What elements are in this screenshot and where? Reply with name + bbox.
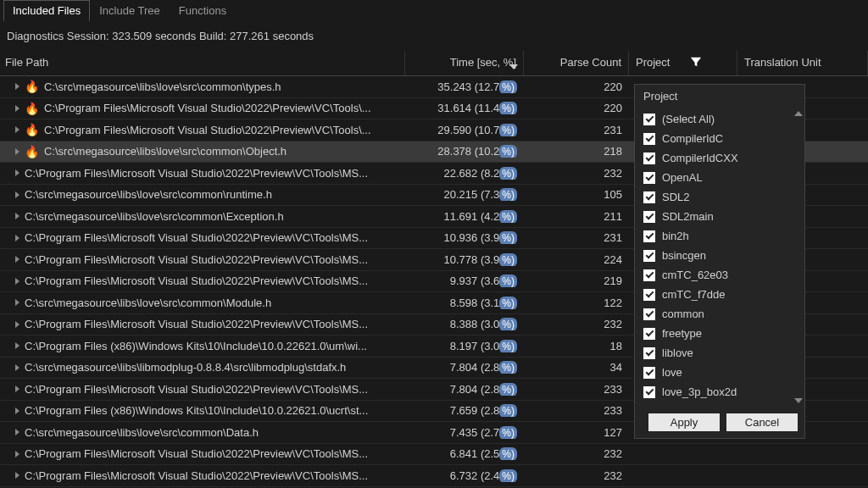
column-header-file-path[interactable]: File Path (0, 51, 405, 75)
checkbox-icon[interactable] (643, 114, 655, 125)
checkbox-icon[interactable] (643, 328, 655, 340)
cell-time: 29.590 (10.7%) (405, 124, 524, 136)
checkbox-icon[interactable] (643, 250, 655, 262)
column-header-project[interactable]: Project (629, 51, 737, 75)
filter-item-label: SDL2main (662, 210, 714, 223)
percentage-badge: %) (499, 340, 517, 352)
file-path-text: C:\src\megasource\libs\libmodplug-0.8.8.… (25, 361, 346, 374)
filter-checkbox-item[interactable]: cmTC_62e03 (635, 265, 804, 285)
filter-checkbox-item[interactable]: love (635, 363, 804, 382)
percentage-badge: %) (499, 124, 517, 136)
cell-time: 10.936 (3.9%) (405, 231, 524, 244)
filter-checkbox-item[interactable]: love_3p_box2d (635, 382, 804, 402)
expander-icon[interactable] (15, 385, 19, 392)
table-row[interactable]: C:\Program Files\Microsoft Visual Studio… (0, 465, 868, 487)
percentage-badge: %) (499, 102, 517, 114)
expander-icon[interactable] (15, 256, 19, 263)
tab-included-files[interactable]: Included Files (3, 0, 90, 21)
percentage-badge: %) (499, 447, 517, 460)
checkbox-icon[interactable] (643, 152, 655, 164)
filter-checkbox-item[interactable]: CompilerIdC (635, 129, 804, 148)
checkbox-icon[interactable] (643, 211, 655, 223)
file-path-text: C:\Program Files\Microsoft Visual Studio… (25, 469, 368, 482)
cell-file-path: 🔥C:\src\megasource\libs\love\src\common\… (0, 80, 405, 93)
filter-checkbox-item[interactable]: SDL2 (635, 187, 804, 207)
tab-include-tree[interactable]: Include Tree (90, 0, 170, 21)
filter-item-label: love (662, 366, 682, 379)
checkbox-icon[interactable] (643, 269, 655, 281)
filter-item-label: bin2h (662, 230, 689, 242)
filter-checkbox-item[interactable]: CompilerIdCXX (635, 148, 804, 168)
column-header-translation-unit[interactable]: Translation Unit (737, 51, 868, 75)
filter-icon[interactable] (690, 56, 702, 70)
cell-file-path: C:\src\megasource\libs\libmodplug-0.8.8.… (0, 361, 405, 374)
column-header-time[interactable]: Time [sec, %] (405, 51, 524, 75)
filter-item-label: common (662, 308, 704, 320)
filter-checkbox-item[interactable]: (Select All) (635, 109, 804, 129)
cell-file-path: C:\src\megasource\libs\love\src\common\E… (0, 210, 405, 223)
percentage-badge: %) (499, 274, 517, 287)
filter-checkbox-item[interactable]: bsincgen (635, 246, 804, 265)
cell-parse-count: 105 (524, 188, 629, 201)
expander-icon[interactable] (15, 278, 19, 285)
cell-parse-count: 218 (524, 145, 629, 158)
expander-icon[interactable] (15, 364, 19, 371)
expander-icon[interactable] (15, 191, 19, 198)
cell-file-path: C:\Program Files\Microsoft Visual Studio… (0, 253, 405, 266)
cell-file-path: C:\Program Files (x86)\Windows Kits\10\I… (0, 404, 405, 417)
scroll-down-icon[interactable] (794, 398, 803, 403)
expander-icon[interactable] (15, 169, 19, 176)
table-row[interactable]: C:\Program Files\Microsoft Visual Studio… (0, 444, 868, 466)
filter-panel-title: Project (635, 85, 804, 108)
filter-checkbox-item[interactable]: common (635, 304, 804, 324)
filter-checkbox-item[interactable]: OpenAL (635, 168, 804, 187)
cell-file-path: 🔥C:\Program Files\Microsoft Visual Studi… (0, 123, 405, 136)
checkbox-icon[interactable] (643, 347, 655, 359)
checkbox-icon[interactable] (643, 191, 655, 203)
cell-time: 35.243 (12.7%) (405, 80, 524, 93)
expander-icon[interactable] (15, 429, 19, 435)
expander-icon[interactable] (15, 321, 19, 328)
expander-icon[interactable] (15, 83, 19, 90)
checkbox-icon[interactable] (643, 230, 655, 242)
cell-file-path: C:\src\megasource\libs\love\src\common\M… (0, 297, 405, 309)
filter-checkbox-item[interactable]: freetype (635, 324, 804, 343)
filter-checkbox-item[interactable]: liblove (635, 343, 804, 363)
expander-icon[interactable] (15, 472, 19, 479)
expander-icon[interactable] (15, 235, 19, 241)
checkbox-icon[interactable] (643, 367, 655, 379)
filter-checkbox-item[interactable]: bin2h (635, 226, 804, 246)
filter-scrollbar[interactable] (794, 111, 803, 403)
expander-icon[interactable] (15, 451, 19, 458)
expander-icon[interactable] (15, 342, 19, 349)
tab-functions[interactable]: Functions (170, 0, 236, 21)
checkbox-icon[interactable] (643, 289, 655, 301)
expander-icon[interactable] (15, 299, 19, 306)
expander-icon[interactable] (15, 213, 19, 219)
expander-icon[interactable] (15, 148, 19, 155)
expander-icon[interactable] (15, 408, 19, 414)
filter-item-label: (Select All) (662, 113, 715, 125)
filter-checkbox-item[interactable]: SDL2main (635, 207, 804, 226)
column-header-parse-count[interactable]: Parse Count (524, 51, 629, 75)
cell-file-path: C:\Program Files\Microsoft Visual Studio… (0, 274, 405, 287)
scroll-up-icon[interactable] (794, 111, 803, 116)
cell-file-path: C:\Program Files (x86)\Windows Kits\10\I… (0, 340, 405, 352)
checkbox-icon[interactable] (643, 172, 655, 184)
cell-parse-count: 232 (524, 447, 629, 460)
percentage-badge: %) (499, 426, 517, 439)
filter-checkbox-item[interactable]: cmTC_f7dde (635, 285, 804, 304)
apply-button[interactable]: Apply (648, 413, 720, 431)
cell-time: 11.691 (4.2%) (405, 210, 524, 223)
cancel-button[interactable]: Cancel (726, 413, 798, 431)
checkbox-icon[interactable] (643, 386, 655, 398)
percentage-badge: %) (499, 253, 517, 266)
cell-parse-count: 211 (524, 210, 629, 223)
file-path-text: C:\src\megasource\libs\love\src\common\t… (44, 80, 281, 93)
cell-file-path: C:\Program Files\Microsoft Visual Studio… (0, 167, 405, 180)
cell-time: 22.682 (8.2%) (405, 167, 524, 180)
checkbox-icon[interactable] (643, 133, 655, 145)
expander-icon[interactable] (15, 105, 19, 112)
checkbox-icon[interactable] (643, 308, 655, 320)
expander-icon[interactable] (15, 126, 19, 133)
